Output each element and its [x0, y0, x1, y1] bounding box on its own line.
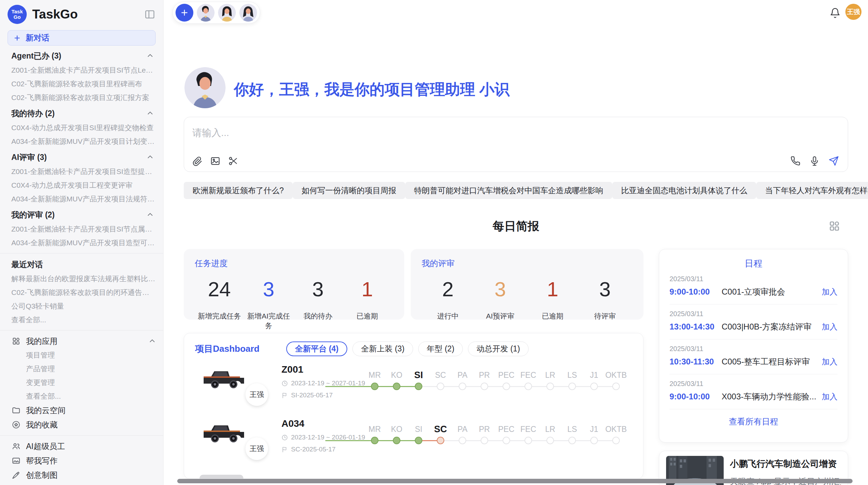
assistant-avatar [184, 67, 226, 108]
tab-new-body[interactable]: 全新上装 (3) [352, 341, 413, 356]
tab-powertrain[interactable]: 动总开发 (1) [468, 341, 529, 356]
milestone-dot [590, 383, 598, 390]
sidebar-item[interactable]: Z001-全新燃油皮卡产品开发项目SI节点Lesson Learn报告 [0, 63, 163, 77]
schedule-item: 2025/03/11 13:00-14:30 C003|H0B-方案冻结评审 加… [670, 304, 837, 339]
milestone-dot [568, 383, 576, 390]
sidebar-collapse-button[interactable] [143, 8, 156, 21]
phone-icon[interactable] [790, 156, 800, 166]
join-link[interactable]: 加入 [822, 391, 837, 402]
flag-label: SI-2025-05-17 [291, 391, 333, 399]
chat-input[interactable] [192, 125, 604, 140]
sidebar-section-agent-done[interactable]: Agent已办 (3) [0, 48, 163, 63]
milestone-dot [481, 437, 488, 444]
project-row[interactable]: 王强 Z001 2023-12-19 ~ 2027-01-19 SI-2025-… [200, 359, 633, 411]
horizontal-scrollbar[interactable] [177, 479, 853, 483]
clock-icon [281, 380, 288, 387]
schedule-time: 9:00-10:00 [670, 392, 722, 401]
sidebar-item[interactable]: Z001-全新燃油轻卡产品开发项目SI造型提交物评审 [0, 165, 163, 178]
agent-avatar-3[interactable] [239, 4, 257, 22]
grid-layout-icon[interactable] [828, 220, 841, 232]
logo-text-2: Go [14, 14, 21, 20]
project-row[interactable]: 王强 A034 2023-12-19 ~ 2026-01-19 SC-2025-… [200, 413, 633, 465]
sidebar-ai-super-staff[interactable]: AI超级员工 [0, 439, 163, 453]
sidebar-item[interactable]: C0X4-动力总成开发项目SI里程碑提交物检查 [0, 121, 163, 135]
sidebar-section-my-todo[interactable]: 我的待办 (2) [0, 106, 163, 121]
recent-chat-item[interactable]: 公司Q3轻卡销量 [0, 299, 163, 313]
sidebar-creative-drawing[interactable]: 创意制图 [0, 468, 163, 482]
milestone-label-current: SI [414, 369, 423, 381]
view-all-schedule-link[interactable]: 查看所有日程 [670, 409, 837, 434]
sidebar-favorites[interactable]: 我的收藏 [0, 418, 163, 432]
paperclip-icon[interactable] [192, 156, 203, 166]
owner-name: 王强 [250, 444, 264, 453]
send-icon[interactable] [829, 156, 839, 166]
agent-avatar-1[interactable] [197, 4, 215, 22]
new-chat-button[interactable]: 新对话 [8, 30, 156, 46]
stat: 3 AI预评审 [474, 278, 527, 321]
recent-view-all[interactable]: 查看全部... [0, 313, 163, 327]
sidebar-item[interactable]: C0X4-动力总成开发项目工程变更评审 [0, 178, 163, 192]
join-link[interactable]: 加入 [822, 357, 837, 367]
flag-icon [281, 446, 288, 453]
tab-model-year[interactable]: 年型 (2) [418, 341, 463, 356]
add-agent-button[interactable] [176, 4, 193, 22]
stat-value: 24 [195, 278, 244, 300]
milestone-strip: MR KO SI SC PA PR PEC FEC LR LS J1 OKTB [364, 369, 627, 390]
suggestion-chip[interactable]: 特朗普可能对进口汽车增税会对中国车企造成哪些影响 [405, 182, 612, 199]
sidebar-item[interactable]: A034-全新新能源MUV产品开发项目造型可行性评审 [0, 236, 163, 250]
milestone-dot-done [371, 437, 378, 444]
sidebar-item[interactable]: Z001-全新燃油轻卡产品开发项目SI节点属性5D文件评审 [0, 222, 163, 236]
sidebar-item[interactable]: A034-全新新能源MUV产品开发项目法规符合性评审 [0, 192, 163, 206]
sidebar-cloud-space[interactable]: 我的云空间 [0, 403, 163, 418]
milestone-dot-done [415, 437, 422, 444]
app-item-change-mgmt[interactable]: 变更管理 [0, 376, 163, 389]
cloud-space-label: 我的云空间 [26, 405, 65, 416]
schedule-name: C003|H0B-方案冻结评审 [722, 321, 818, 332]
join-link[interactable]: 加入 [822, 287, 837, 297]
join-link[interactable]: 加入 [822, 322, 837, 332]
card-title: 我的评审 [422, 258, 631, 269]
sidebar-help-me-write[interactable]: 帮我写作 [0, 453, 163, 468]
sidebar-section-my-review[interactable]: 我的评审 (2) [0, 207, 163, 222]
suggestion-chip[interactable]: 如何写一份清晰的项目周报 [293, 182, 405, 199]
suggestion-chip[interactable]: 比亚迪全固态电池计划具体说了什么 [612, 182, 756, 199]
user-avatar[interactable]: 王强 [845, 4, 861, 20]
image-icon[interactable] [210, 156, 220, 166]
apps-view-all[interactable]: 查看全部... [0, 389, 163, 403]
microphone-icon[interactable] [809, 156, 820, 166]
suggestion-chip[interactable]: 当下年轻人对汽车外观有怎样的喜好趋势 [756, 182, 868, 199]
tab-new-platform[interactable]: 全新平台 (4) [286, 341, 348, 356]
milestone-label: SI [415, 423, 422, 435]
milestone-label: KO [391, 423, 402, 435]
schedule-name: C005-整车工程目标评审 [722, 356, 818, 367]
sidebar-section-ai-review[interactable]: AI评审 (3) [0, 150, 163, 165]
suggestion-chip[interactable]: 欧洲新规最近颁布了什么? [184, 182, 293, 199]
schedule-time: 13:00-14:30 [670, 322, 722, 332]
stat-value: 2 [422, 278, 474, 300]
sidebar-my-apps[interactable]: 我的应用 [0, 334, 163, 348]
milestone-label: MR [369, 423, 381, 435]
owner-name: 王强 [250, 390, 264, 399]
stat-label: 进行中 [422, 311, 474, 321]
schedule-time: 9:00-10:00 [670, 287, 722, 297]
schedule-date: 2025/03/11 [670, 345, 837, 353]
schedule-date: 2025/03/11 [670, 310, 837, 318]
recent-chat-item[interactable]: C02-飞腾新能源轻客改款项目的闭环通告反馈情况 [0, 286, 163, 299]
suggestion-chips: 欧洲新规最近颁布了什么? 如何写一份清晰的项目周报 特朗普可能对进口汽车增税会对… [184, 182, 848, 199]
project-info: A034 2023-12-19 ~ 2026-01-19 SC-2025-05-… [281, 418, 367, 453]
pen-icon [12, 471, 21, 480]
plus-icon [180, 8, 189, 17]
recent-chat-item[interactable]: 解释最新出台的欧盟报废车法规再生塑料比例被调至15%... [0, 272, 163, 286]
sidebar-item[interactable]: C02-飞腾新能源轻客改款项目立项汇报方案 [0, 91, 163, 104]
stat: 24 新增完成任务 [195, 278, 244, 331]
app-item-product-mgmt[interactable]: 产品管理 [0, 362, 163, 376]
project-owner-badge: 王强 [245, 383, 268, 406]
chevron-up-icon [146, 52, 154, 60]
sidebar-item[interactable]: A034-全新新能源MUV产品开发项目计划变更表编写 [0, 135, 163, 148]
milestone-label: PR [479, 369, 490, 381]
sidebar-item[interactable]: C02-飞腾新能源轻客改款项目里程碑画布 [0, 77, 163, 91]
scissors-icon[interactable] [228, 156, 238, 166]
agent-avatar-2[interactable] [218, 4, 236, 22]
app-item-project-mgmt[interactable]: 项目管理 [0, 348, 163, 362]
notification-bell-icon[interactable] [830, 8, 841, 18]
